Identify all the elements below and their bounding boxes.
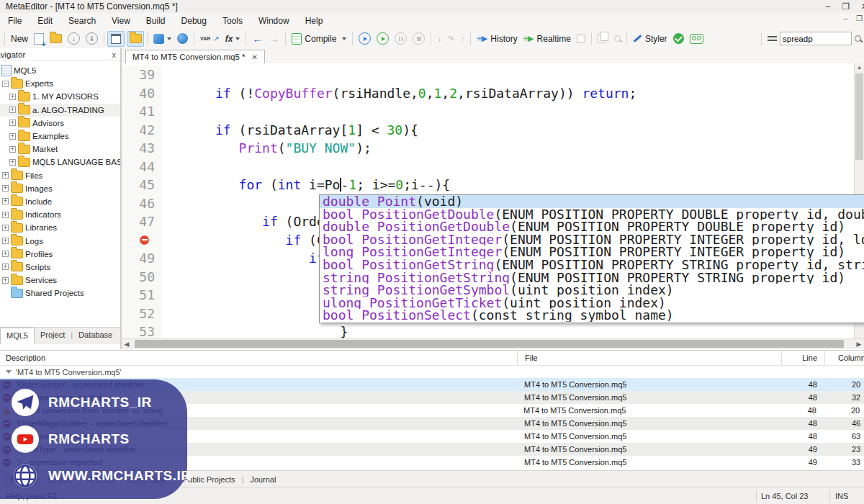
expand-icon[interactable]: +: [2, 264, 9, 270]
menu-help[interactable]: Help: [297, 14, 331, 28]
tree-item-examples[interactable]: +Examples: [0, 130, 120, 143]
mdi-window-controls[interactable]: – ❐: [843, 14, 863, 22]
tree-item-scripts[interactable]: +Scripts: [0, 261, 120, 274]
editor-tab[interactable]: MT4 to MT5 Conversion.mq5 * ✕: [125, 50, 265, 63]
tree-item-indicators[interactable]: +Indicators: [0, 208, 120, 221]
expand-icon[interactable]: +: [9, 94, 16, 100]
column-header-description[interactable]: Description: [0, 354, 517, 362]
navigator-tab-project[interactable]: Project: [35, 328, 71, 344]
tree-item-advisors[interactable]: +Advisors: [0, 117, 120, 130]
new-button[interactable]: New: [8, 32, 31, 45]
var-button[interactable]: VAR↗: [197, 33, 222, 44]
check-syntax-button[interactable]: [670, 32, 687, 45]
debug-stop-button[interactable]: [410, 31, 428, 46]
autocomplete-item-positiongetdouble[interactable]: bool PositionGetDouble(ENUM_POSITION_PRO…: [320, 208, 864, 221]
compile-button[interactable]: Compile: [289, 32, 339, 46]
search-settings-button[interactable]: [765, 33, 780, 44]
scrollbar-thumb[interactable]: [855, 73, 863, 160]
tree-item-a-algo-trading[interactable]: +a. ALGO-TRADING: [0, 104, 120, 117]
mdi-minimize-icon[interactable]: –: [843, 14, 847, 22]
autocomplete-item-positiongetdouble[interactable]: double PositionGetDouble(ENUM_POSITION_P…: [320, 220, 864, 233]
autocomplete-item-positiongetsymbol[interactable]: string PositionGetSymbol(uint position_i…: [320, 284, 864, 297]
tree-item-libraries[interactable]: +Libraries: [0, 221, 120, 234]
tree-item-1-my-advisors[interactable]: +1. MY ADVISORS: [0, 90, 120, 103]
autocomplete-item-positiongetstring[interactable]: string PositionGetString(ENUM_POSITION_P…: [320, 271, 864, 284]
menu-debug[interactable]: Debug: [174, 14, 215, 28]
history-button[interactable]: ≡▶History: [474, 32, 520, 45]
new-file-button[interactable]: [31, 32, 47, 46]
expand-icon[interactable]: +: [2, 212, 9, 218]
autocomplete-item-positiongetinteger[interactable]: long PositionGetInteger(ENUM_POSITION_PR…: [320, 246, 864, 258]
autocomplete-item-positiongetstring[interactable]: bool PositionGetString(ENUM_POSITION_PRO…: [320, 258, 864, 271]
tree-item-mql5-language-basic[interactable]: +MQL5 LANGUAGE BASIC: [0, 156, 120, 168]
forward-button[interactable]: →: [266, 31, 282, 46]
minimize-icon[interactable]: –: [825, 0, 830, 13]
scrollbar-thumb[interactable]: [135, 340, 844, 348]
expand-icon[interactable]: +: [9, 146, 16, 153]
expand-icon[interactable]: +: [9, 133, 16, 140]
column-header-column[interactable]: Column: [824, 351, 864, 365]
step-into-button[interactable]: ↓: [434, 32, 444, 45]
restore-icon[interactable]: ❐: [842, 0, 850, 13]
expand-icon[interactable]: +: [2, 198, 9, 204]
toolbox-tab-journal[interactable]: Journal: [245, 473, 281, 486]
debug-history-button[interactable]: [356, 31, 374, 46]
expand-icon[interactable]: +: [2, 225, 9, 231]
menu-build[interactable]: Build: [138, 14, 174, 28]
navigator-tab-database[interactable]: Database: [73, 328, 118, 344]
compile-dropdown[interactable]: [339, 36, 349, 42]
close-icon[interactable]: ✕: [861, 0, 864, 13]
expand-icon[interactable]: +: [2, 238, 9, 244]
metatrader-button[interactable]: [174, 32, 191, 45]
snippets-button[interactable]: [687, 32, 706, 45]
search-input[interactable]: [780, 32, 852, 45]
copy-button[interactable]: [595, 32, 611, 45]
menu-edit[interactable]: Edit: [30, 14, 60, 28]
autocomplete-item-point[interactable]: double Point(void): [320, 195, 864, 208]
step-out-button[interactable]: ↑: [457, 32, 467, 45]
tree-item-logs[interactable]: +Logs: [0, 234, 120, 247]
tree-item-market[interactable]: +Market: [0, 143, 120, 156]
tree-item-experts[interactable]: −Experts: [0, 77, 120, 90]
save-button[interactable]: ↓: [65, 31, 83, 46]
step-over-button[interactable]: ↷: [444, 32, 457, 45]
editor-horizontal-scrollbar[interactable]: ◀ ▶: [122, 338, 864, 349]
mql5-community-button[interactable]: [150, 32, 174, 45]
error-group-row[interactable]: 'MT4 to MT5 Conversion.mq5': [0, 366, 864, 378]
tab-close-icon[interactable]: ✕: [252, 53, 258, 61]
column-header-file[interactable]: File: [517, 351, 781, 365]
tree-item-shared-projects[interactable]: Shared Projects: [0, 287, 120, 300]
tree-item-mql5[interactable]: MQL5: [0, 64, 120, 77]
open-button[interactable]: [47, 32, 65, 45]
expand-icon[interactable]: +: [9, 107, 16, 113]
expand-icon[interactable]: +: [9, 159, 16, 166]
tree-item-services[interactable]: +Services: [0, 274, 120, 287]
tree-item-profiles[interactable]: +Profiles: [0, 248, 120, 261]
expand-icon[interactable]: +: [2, 172, 9, 179]
toggle-navigator-button[interactable]: [107, 31, 125, 47]
realtime-button[interactable]: ≡▶Realtime: [521, 32, 574, 45]
navigator-tab-mql5[interactable]: MQL5: [0, 328, 35, 344]
navigator-close-icon[interactable]: x: [108, 50, 121, 59]
autocomplete-item-positiongetticket[interactable]: ulong PositionGetTicket(uint position_in…: [320, 297, 864, 310]
scroll-right-icon[interactable]: ▶: [854, 339, 864, 349]
autocomplete-item-positiongetinteger[interactable]: bool PositionGetInteger(ENUM_POSITION_PR…: [320, 233, 864, 246]
expand-icon[interactable]: +: [9, 120, 16, 126]
styler-button[interactable]: Styler: [630, 32, 670, 45]
menu-window[interactable]: Window: [251, 14, 297, 28]
debug-start-button[interactable]: [374, 31, 392, 46]
collapse-icon[interactable]: −: [2, 81, 9, 87]
collapse-triangle-icon[interactable]: [6, 370, 12, 374]
menu-view[interactable]: View: [104, 14, 138, 28]
toggle-toolbox-button[interactable]: [127, 31, 144, 47]
tree-item-images[interactable]: +Images: [0, 182, 120, 195]
menu-file[interactable]: File: [0, 14, 30, 28]
expand-icon[interactable]: +: [2, 251, 9, 257]
tree-item-files[interactable]: +Files: [0, 169, 120, 182]
tree-item-include[interactable]: +Include: [0, 195, 120, 208]
back-button[interactable]: ←: [249, 31, 266, 46]
menu-search[interactable]: Search: [60, 14, 104, 28]
mdi-restore-icon[interactable]: ❐: [856, 14, 863, 22]
scroll-left-icon[interactable]: ◀: [122, 339, 132, 349]
search-go-button[interactable]: [852, 34, 864, 43]
